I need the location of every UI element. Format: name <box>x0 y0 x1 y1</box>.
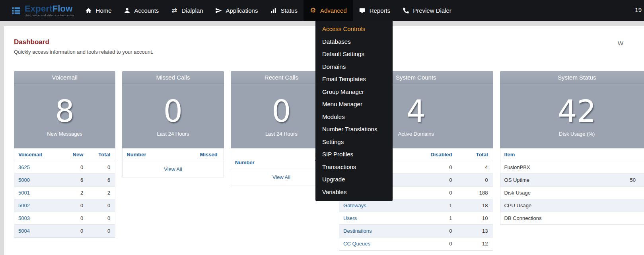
system-counts-total: 4 <box>453 161 493 174</box>
dropdown-menu-item[interactable]: Variables <box>315 186 393 199</box>
dropdown-menu-item[interactable]: Databases <box>315 35 393 48</box>
nav-item-label: Applications <box>226 7 258 14</box>
navbar: ExpertFlow chat, voice and video contact… <box>0 0 644 21</box>
gear-icon: ⚙ <box>309 7 317 14</box>
dropdown-menu-item[interactable]: Modules <box>315 111 393 123</box>
voicemail-total-count: 0 <box>87 212 115 225</box>
system-status-row: OS Uptime 50 <box>500 174 644 187</box>
brand-list-icon <box>11 6 21 16</box>
system-counts-disabled: 0 <box>409 161 453 174</box>
view-all-link[interactable]: View All <box>272 174 290 180</box>
nav-item-label: Accounts <box>134 7 159 14</box>
dropdown-menu-item[interactable]: Group Manager <box>315 86 393 98</box>
voicemail-extension-link[interactable]: 5002 <box>18 202 30 208</box>
system-status-table-wrap: Item FusionPBX OS Uptime <box>500 148 644 225</box>
bar-chart-icon <box>270 7 277 14</box>
system-counts-item-link[interactable]: Gateways <box>343 202 366 208</box>
nav-item-label: Home <box>96 7 112 14</box>
system-status-row: DB Connections <box>500 212 644 225</box>
voicemail-row: 5001 2 2 <box>14 187 115 199</box>
nav-item-advanced[interactable]: ⚙ Advanced <box>304 0 353 21</box>
missed-calls-table: Number Missed <box>123 148 223 161</box>
system-counts-item-link[interactable]: Users <box>343 215 357 221</box>
card-system-status-title: System Status <box>500 71 644 84</box>
voicemail-new-count: 0 <box>59 199 87 212</box>
system-status-value <box>553 212 644 225</box>
col-header-disabled: Disabled <box>409 148 453 161</box>
voicemail-table: Voicemail New Total 3625 0 0 <box>14 148 115 237</box>
system-counts-item-link[interactable]: Destinations <box>343 228 372 234</box>
voicemail-row: 3625 0 0 <box>14 161 115 174</box>
col-header-total: Total <box>453 148 493 161</box>
voicemail-total-count: 0 <box>87 225 115 237</box>
voicemail-row: 5004 0 0 <box>14 225 115 237</box>
nav-right-truncated-text: 19 <box>635 6 642 13</box>
system-status-value <box>553 199 644 212</box>
active-domains-count: 4 <box>407 95 426 127</box>
disk-usage-label: Disk Usage (%) <box>559 131 595 137</box>
voicemail-count-label: New Messages <box>47 131 82 137</box>
dropdown-menu-item[interactable]: Default Settings <box>315 48 393 60</box>
nav-item-applications[interactable]: Applications <box>209 0 264 21</box>
voicemail-count: 8 <box>55 95 74 127</box>
system-counts-disabled: 0 <box>409 225 453 237</box>
system-status-value <box>553 161 644 174</box>
phone-icon <box>402 7 409 14</box>
brand-text: ExpertFlow chat, voice and video contact… <box>25 4 74 17</box>
system-status-row: FusionPBX <box>500 161 644 174</box>
system-counts-row: Users 1 10 <box>339 212 492 225</box>
system-status-item: FusionPBX <box>500 161 553 174</box>
brand-logo[interactable]: ExpertFlow chat, voice and video contact… <box>0 0 74 21</box>
reports-monitor-icon <box>359 7 366 14</box>
voicemail-table-wrap: Voicemail New Total 3625 0 0 <box>14 148 115 238</box>
nav-item-accounts[interactable]: Accounts <box>118 0 165 21</box>
dropdown-menu-item[interactable]: Number Translations <box>315 123 393 136</box>
nav-item-preview-dialer[interactable]: Preview Dialer <box>396 0 457 21</box>
card-system-status: System Status 42 Disk Usage (%) Item Fus… <box>500 71 644 225</box>
welcome-truncated-text: W <box>618 40 623 47</box>
col-header-number: Number <box>123 148 191 161</box>
system-status-table: Item FusionPBX OS Uptime <box>500 148 644 225</box>
voicemail-extension-link[interactable]: 5000 <box>18 177 30 183</box>
system-counts-disabled: 0 <box>409 237 453 250</box>
voicemail-extension-link[interactable]: 5003 <box>18 215 30 221</box>
card-voicemail-title: Voicemail <box>14 71 115 84</box>
system-counts-total: 0 <box>453 174 493 187</box>
voicemail-extension-link[interactable]: 3625 <box>18 164 30 170</box>
dropdown-menu-item[interactable]: Menu Manager <box>315 98 393 111</box>
nav-item-status[interactable]: Status <box>264 0 304 21</box>
dropdown-menu-item[interactable]: Domains <box>315 60 393 73</box>
nav-item-home[interactable]: Home <box>79 0 118 21</box>
dropdown-menu-item[interactable]: Settings <box>315 136 393 148</box>
card-system-status-big: 42 Disk Usage (%) <box>500 84 644 148</box>
voicemail-extension-link[interactable]: 5001 <box>18 190 30 196</box>
dropdown-menu-item[interactable]: SIP Profiles <box>315 148 393 161</box>
system-counts-total: 188 <box>453 187 493 199</box>
col-header-voicemail: Voicemail <box>14 148 59 161</box>
system-status-row: Disk Usage <box>500 187 644 199</box>
dropdown-menu-item[interactable]: Email Templates <box>315 73 393 86</box>
system-counts-item-link[interactable]: CC Queues <box>343 241 370 247</box>
col-header-number: Number <box>231 148 311 169</box>
dropdown-menu-item[interactable]: Upgrade <box>315 173 393 186</box>
user-icon <box>124 7 131 14</box>
system-counts-disabled: 1 <box>409 199 453 212</box>
voicemail-new-count: 0 <box>59 225 87 237</box>
system-counts-total: 12 <box>453 237 493 250</box>
nav-item-reports[interactable]: Reports <box>353 0 397 21</box>
view-all-link[interactable]: View All <box>164 166 182 172</box>
system-status-value <box>553 187 644 199</box>
dropdown-menu-item[interactable]: Access Controls <box>315 23 393 35</box>
dropdown-menu-item[interactable]: Transactions <box>315 161 393 173</box>
card-voicemail: Voicemail 8 New Messages Voicemail New T… <box>14 71 115 238</box>
nav-item-label: Dialplan <box>181 7 203 14</box>
voicemail-row: 5002 0 0 <box>14 199 115 212</box>
card-missed-calls-title: Missed Calls <box>122 71 224 84</box>
system-counts-total: 18 <box>453 199 493 212</box>
nav-item-dialplan[interactable]: ⇄ Dialplan <box>165 0 209 21</box>
missed-calls-count-label: Last 24 Hours <box>157 131 189 137</box>
system-counts-disabled: 0 <box>409 187 453 199</box>
voicemail-extension-link[interactable]: 5004 <box>18 228 30 234</box>
missed-calls-count: 0 <box>163 95 183 127</box>
disk-usage-count: 42 <box>558 95 596 127</box>
